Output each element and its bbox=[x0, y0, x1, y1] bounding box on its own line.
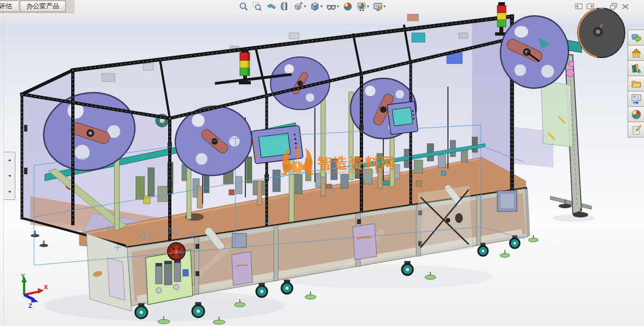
view-palette-button[interactable] bbox=[628, 91, 644, 107]
x-brace-door bbox=[417, 185, 473, 255]
dock-pane-right-button[interactable] bbox=[586, 3, 594, 10]
previous-view-icon bbox=[266, 2, 276, 12]
design-library-icon bbox=[631, 63, 642, 74]
command-tabs: 评估 办公室产品 bbox=[0, 0, 74, 13]
tab-evaluate[interactable]: 评估 bbox=[0, 1, 18, 12]
zoom-to-fit-button[interactable] bbox=[237, 1, 250, 13]
window-controls bbox=[575, 3, 629, 10]
solidworks-resources-button[interactable] bbox=[628, 45, 644, 61]
watermark-title: 智造资料网 bbox=[317, 155, 396, 171]
chevron-left-icon: ◂ bbox=[8, 158, 11, 163]
viewport-3d[interactable]: 智造资料网 INTELLIGENT MANUFACTURING DATA Y X… bbox=[0, 0, 644, 326]
display-style-button[interactable]: ▾ bbox=[308, 1, 324, 13]
edit-appearance-icon bbox=[343, 2, 353, 12]
cabinet-fan bbox=[168, 243, 185, 260]
custom-properties-icon bbox=[631, 124, 642, 135]
previous-view-button[interactable] bbox=[264, 1, 278, 13]
view-settings-caret[interactable]: ▾ bbox=[383, 4, 386, 9]
custom-properties-button[interactable] bbox=[628, 122, 644, 138]
headsup-view-toolbar: ▾ ▾ ▾ bbox=[237, 1, 387, 13]
pneumatic-panel bbox=[146, 250, 193, 305]
solidworks-window: 智造资料网 INTELLIGENT MANUFACTURING DATA Y X… bbox=[0, 0, 644, 326]
chevron-left-icon: ◂ bbox=[8, 189, 11, 194]
orientation-triad: Y X Z bbox=[21, 273, 48, 309]
close-button[interactable] bbox=[622, 3, 629, 10]
chevron-left-icon: ◂ bbox=[8, 173, 11, 178]
view-settings-icon bbox=[373, 2, 383, 12]
apply-scene-icon bbox=[357, 2, 366, 12]
edit-appearance-button[interactable] bbox=[341, 1, 354, 13]
forum-icon bbox=[631, 32, 642, 43]
restore-button[interactable] bbox=[610, 3, 618, 10]
file-explorer-button[interactable] bbox=[628, 76, 644, 91]
design-library-button[interactable] bbox=[628, 60, 644, 76]
display-style-icon bbox=[310, 2, 320, 12]
display-style-caret[interactable]: ▾ bbox=[320, 4, 323, 9]
dock-pane-left-button[interactable] bbox=[575, 3, 583, 10]
minimize-button[interactable] bbox=[598, 3, 606, 10]
machine-3d-model: 智造资料网 INTELLIGENT MANUFACTURING DATA Y X… bbox=[0, 0, 644, 326]
home-icon bbox=[631, 48, 642, 59]
triad-x-label: X bbox=[44, 284, 48, 290]
view-orientation-caret[interactable]: ▾ bbox=[304, 4, 306, 9]
hide-show-items-caret[interactable]: ▾ bbox=[337, 4, 339, 9]
view-orientation-button[interactable]: ▾ bbox=[292, 1, 308, 13]
watermark-subtitle: INTELLIGENT MANUFACTURING DATA bbox=[318, 170, 404, 174]
triad-z-label: Z bbox=[28, 302, 32, 309]
featuremanager-collapsed-tab[interactable]: ◂ ◂ ◂ bbox=[4, 152, 15, 200]
task-pane bbox=[628, 30, 644, 138]
view-orientation-icon bbox=[294, 2, 303, 12]
zoom-to-fit-icon bbox=[239, 2, 249, 12]
hide-show-items-icon bbox=[326, 2, 336, 12]
triad-y-label: Y bbox=[21, 273, 25, 279]
tab-office-products[interactable]: 办公室产品 bbox=[20, 1, 66, 12]
apply-scene-caret[interactable]: ▾ bbox=[367, 4, 369, 9]
section-view-icon bbox=[280, 2, 290, 12]
solidworks-forum-button[interactable] bbox=[628, 30, 644, 45]
hide-show-items-button[interactable]: ▾ bbox=[325, 1, 341, 13]
view-palette-icon bbox=[631, 94, 642, 105]
section-view-button[interactable] bbox=[278, 1, 291, 13]
zoom-to-area-icon bbox=[252, 2, 262, 12]
zoom-to-area-button[interactable] bbox=[251, 1, 264, 13]
apply-scene-button[interactable]: ▾ bbox=[355, 1, 371, 13]
appearances-scenes-button[interactable] bbox=[628, 106, 644, 122]
appearances-ball-icon bbox=[631, 109, 642, 120]
view-settings-button[interactable]: ▾ bbox=[371, 1, 387, 13]
folder-icon bbox=[631, 78, 642, 89]
